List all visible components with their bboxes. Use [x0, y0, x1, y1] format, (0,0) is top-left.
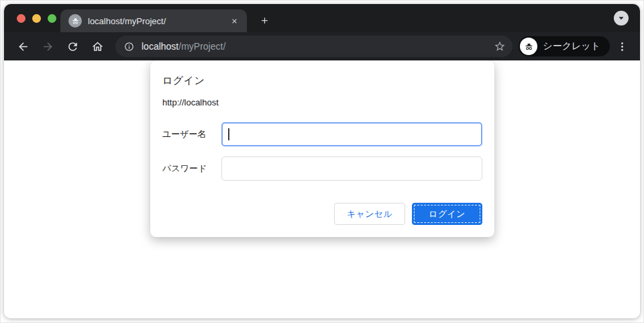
incognito-badge-label: シークレット	[543, 40, 600, 52]
forward-button	[38, 36, 58, 57]
tab-title: localhost/myProject/	[88, 16, 228, 26]
password-label: パスワード	[162, 163, 221, 175]
home-button[interactable]	[87, 36, 108, 57]
dialog-origin: http://localhost	[162, 97, 482, 107]
close-window-button[interactable]	[17, 14, 25, 23]
dialog-actions: キャンセル ログイン	[162, 203, 482, 225]
url-path: /myProject/	[178, 41, 225, 52]
tab-strip: localhost/myProject/	[4, 4, 640, 32]
reload-icon	[66, 40, 79, 53]
back-arrow-icon	[17, 40, 30, 53]
screenshot-frame: localhost/myProject/	[0, 0, 644, 323]
http-auth-dialog: ログイン http://localhost ユーザー名 パスワード	[150, 60, 494, 237]
cancel-button[interactable]: キャンセル	[334, 203, 405, 225]
browser-window: localhost/myProject/	[4, 4, 640, 318]
omnibox[interactable]: localhost/myProject/	[115, 36, 513, 57]
plus-icon	[260, 15, 270, 26]
browser-menu-button[interactable]	[612, 36, 632, 56]
fullscreen-window-button[interactable]	[48, 14, 56, 23]
url-text[interactable]: localhost/myProject/	[142, 41, 494, 52]
username-label: ユーザー名	[162, 128, 221, 140]
forward-arrow-icon	[42, 40, 54, 53]
page-content: ログイン http://localhost ユーザー名 パスワード	[4, 60, 640, 318]
password-input-wrap	[221, 156, 482, 181]
home-icon	[91, 40, 104, 53]
dialog-title: ログイン	[162, 75, 482, 87]
info-icon	[124, 42, 134, 52]
toolbar: localhost/myProject/	[4, 32, 640, 60]
kebab-menu-icon	[616, 41, 628, 52]
minimize-window-button[interactable]	[32, 14, 41, 23]
username-input[interactable]	[221, 122, 482, 146]
password-input[interactable]	[221, 156, 482, 181]
incognito-badge: シークレット	[519, 36, 610, 56]
incognito-tab-icon	[68, 14, 82, 28]
page-info-button[interactable]	[124, 42, 134, 52]
login-submit-button[interactable]: ログイン	[412, 203, 482, 225]
star-outline-icon	[494, 40, 506, 52]
window-controls	[17, 4, 56, 32]
text-caret	[228, 128, 229, 140]
new-tab-button[interactable]	[254, 10, 274, 30]
url-host: localhost	[142, 41, 178, 52]
reload-button[interactable]	[62, 36, 83, 57]
tab-overflow-button[interactable]	[614, 11, 629, 26]
incognito-icon	[520, 38, 537, 55]
username-input-wrap	[221, 122, 482, 146]
tab-close-icon[interactable]	[228, 15, 240, 27]
browser-tab-active[interactable]: localhost/myProject/	[60, 9, 247, 32]
username-row: ユーザー名	[162, 122, 482, 146]
password-row: パスワード	[162, 156, 482, 181]
back-button[interactable]	[13, 36, 34, 57]
chevron-down-icon	[617, 14, 625, 22]
bookmark-button[interactable]	[494, 40, 506, 52]
